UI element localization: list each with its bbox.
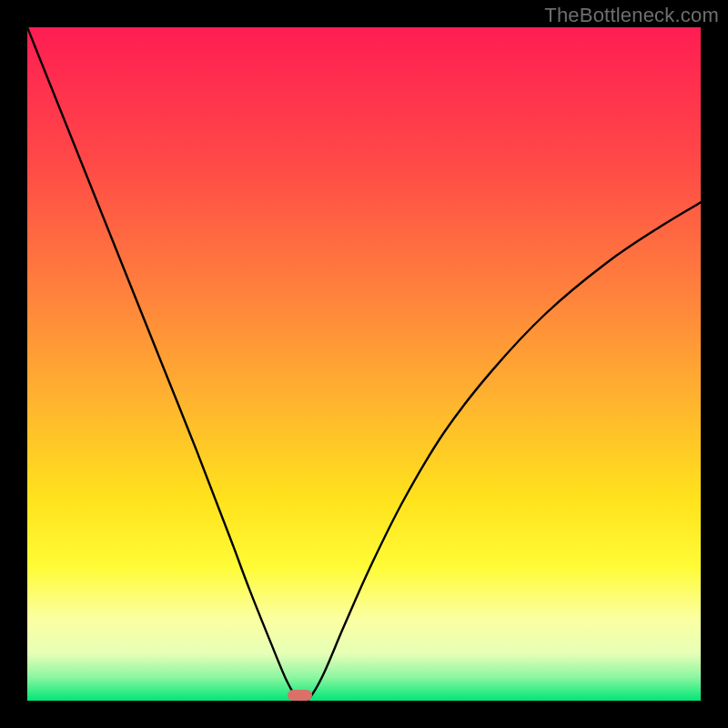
plot-area — [27, 27, 701, 701]
watermark-text: TheBottleneck.com — [544, 4, 719, 27]
bottleneck-curve — [27, 27, 701, 701]
chart-frame: TheBottleneck.com — [0, 0, 728, 728]
bottleneck-marker — [288, 690, 312, 701]
